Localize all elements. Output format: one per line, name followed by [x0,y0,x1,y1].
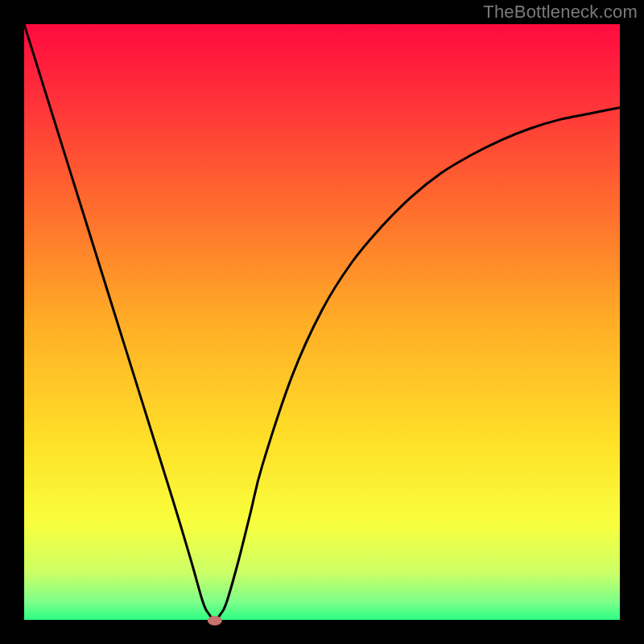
optimum-marker [208,616,222,625]
watermark-text: TheBottleneck.com [483,2,638,23]
plot-background [24,24,620,620]
chart-frame: TheBottleneck.com [0,0,644,644]
bottleneck-chart [0,0,644,644]
